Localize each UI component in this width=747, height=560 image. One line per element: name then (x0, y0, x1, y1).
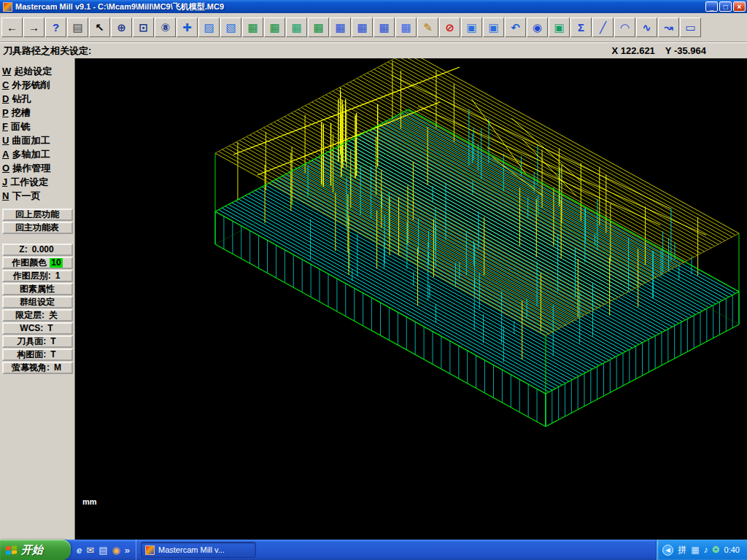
title-bar[interactable]: Mastercam Mill v9.1 - C:\Mcam9\Mill\MC9\… (0, 0, 747, 13)
graphics-view-button[interactable]: 萤幕视角:M (2, 362, 73, 374)
menu-item-hotkey: D (2, 93, 9, 104)
draw-color-button[interactable]: 作图颜色10 (2, 257, 73, 269)
menu-item-hotkey: P (2, 107, 9, 118)
mastercam-task-button[interactable]: Mastercam Mill v... (141, 542, 256, 558)
create-fillet-button[interactable]: ∿ (636, 18, 657, 37)
construction-plane-button[interactable]: 构图面:T (2, 349, 73, 361)
mastercam-window: Mastercam Mill v9.1 - C:\Mcam9\Mill\MC9\… (0, 0, 747, 560)
scheduler-icon[interactable]: ❂ (713, 545, 720, 554)
menu-item-f[interactable]: F面铣 (0, 120, 74, 133)
analyze-button[interactable]: Σ (570, 18, 592, 37)
cplane-front-button[interactable]: ▦ (352, 18, 373, 37)
menu-item-n[interactable]: N下一页 (0, 189, 74, 203)
create-rectangle-button[interactable]: ▭ (680, 18, 701, 37)
fit-screen-icon: ✚ (182, 22, 192, 33)
create-line-button[interactable]: ╱ (592, 18, 614, 37)
unzoom-08-button[interactable]: ⑧ (155, 18, 176, 37)
menu-item-c[interactable]: C外形铣削 (0, 78, 74, 92)
screen-surface-display-button[interactable]: ▣ (461, 18, 482, 37)
menu-item-o[interactable]: O操作管理 (0, 161, 74, 175)
pencil-button[interactable]: ✎ (417, 18, 438, 37)
status-label: Z: (19, 245, 27, 254)
shading-button[interactable]: ◉ (527, 18, 548, 37)
create-fillet-icon: ∿ (642, 22, 651, 33)
windows-logo-icon (6, 545, 17, 555)
blank-display-button[interactable]: ▧ (220, 18, 241, 37)
gview-top-button[interactable]: ▦ (242, 18, 263, 37)
menu-item-a[interactable]: A多轴加工 (0, 147, 74, 161)
cplane-side-button[interactable]: ▦ (374, 18, 395, 37)
gview-side-button[interactable]: ▦ (286, 18, 307, 37)
hide-icons-chevron-icon[interactable]: ◀ (662, 545, 673, 556)
backup-menu-button[interactable]: 回上层功能 (2, 209, 73, 221)
status-label: 作图颜色 (12, 258, 47, 268)
menu-item-hotkey: A (2, 149, 9, 160)
wcs-button[interactable]: WCS:T (2, 322, 73, 335)
zoom-icon: ⊕ (117, 22, 126, 33)
coordinate-x: X 122.621 (612, 45, 655, 56)
screen-blank-entity-icon: ▣ (488, 22, 498, 33)
menu-item-label: 面铣 (11, 121, 30, 132)
close-button[interactable]: × (733, 1, 746, 12)
tool-plane-button[interactable]: 刀具面:T (2, 335, 73, 348)
entity-attributes-button[interactable]: 图素属性 (2, 283, 73, 295)
main-menu-button[interactable]: 回主功能表 (2, 222, 73, 234)
tray-clock: 0:40 (724, 545, 740, 554)
menu-item-w[interactable]: W起始设定 (0, 64, 74, 78)
maximize-button[interactable]: □ (719, 1, 732, 12)
viewports-button[interactable]: ▣ (549, 18, 570, 37)
operations-manager-button[interactable]: ▤ (67, 18, 88, 37)
create-spline-button[interactable]: ↝ (658, 18, 679, 37)
status-label: 图素属性 (20, 284, 55, 294)
help-button[interactable]: ? (45, 18, 66, 37)
overflow-chevron-icon[interactable]: » (125, 545, 130, 555)
status-label: 萤幕视角: (12, 363, 50, 373)
prompt-bar: 刀具路径之相关设定: X 122.621 Y -35.964 (0, 42, 747, 58)
back-button[interactable]: ← (1, 18, 23, 37)
repaint-button[interactable]: ▨ (198, 18, 220, 37)
group-settings-button[interactable]: 群组设定 (2, 296, 73, 308)
undo-button[interactable]: ↶ (505, 18, 526, 37)
context-help-icon: ↖ (95, 22, 104, 33)
help-icon: ? (53, 22, 59, 33)
cplane-top-button[interactable]: ▦ (330, 18, 351, 37)
menu-item-p[interactable]: P挖槽 (0, 106, 74, 120)
media-player-icon[interactable]: ◉ (112, 545, 120, 555)
menu-item-label: 下一页 (12, 190, 40, 201)
status-value: 关 (47, 311, 59, 320)
status-value: T (49, 337, 57, 346)
delete-button[interactable]: ⊘ (439, 18, 460, 37)
undo-icon: ↶ (511, 22, 520, 33)
zoom-window-button[interactable]: ⊡ (133, 18, 154, 37)
forward-button[interactable]: → (23, 18, 44, 37)
volume-icon[interactable]: ♪ (704, 545, 708, 554)
taskbar: 开始 e✉▤◉» Mastercam Mill v... ◀ 拼▦♪❂ 0:40 (0, 540, 747, 560)
menu-item-j[interactable]: J工作设定 (0, 175, 74, 189)
context-help-button[interactable]: ↖ (89, 18, 110, 37)
start-button[interactable]: 开始 (0, 540, 71, 560)
screen-blank-entity-button[interactable]: ▣ (483, 18, 504, 37)
gview-side-icon: ▦ (291, 22, 301, 33)
create-line-icon: ╱ (600, 22, 606, 33)
menu-item-u[interactable]: U曲面加工 (0, 133, 74, 147)
outlook-icon[interactable]: ✉ (86, 545, 94, 555)
display-settings-icon[interactable]: ▦ (691, 545, 699, 554)
create-arc-button[interactable]: ◠ (614, 18, 635, 37)
draw-level-button[interactable]: 作图层别:1 (2, 270, 73, 282)
z-depth-button[interactable]: Z:0.000 (2, 244, 73, 256)
zoom-window-icon: ⊡ (139, 22, 148, 33)
menu-item-label: 外形铣削 (12, 79, 50, 90)
minimize-button[interactable]: _ (705, 1, 718, 12)
zoom-button[interactable]: ⊕ (111, 18, 132, 37)
gview-front-button[interactable]: ▦ (264, 18, 285, 37)
show-desktop-icon[interactable]: ▤ (98, 545, 107, 555)
status-label: 作图层别: (13, 271, 51, 281)
menu-item-d[interactable]: D钻孔 (0, 92, 74, 106)
ie-icon[interactable]: e (77, 545, 82, 555)
ime-indicator-icon[interactable]: 拼 (678, 545, 686, 554)
graphics-viewport[interactable]: mm (75, 58, 747, 540)
gview-isometric-button[interactable]: ▦ (308, 18, 329, 37)
mask-level-button[interactable]: 限定层:关 (2, 309, 73, 322)
fit-screen-button[interactable]: ✚ (177, 18, 198, 37)
cplane-3d-button[interactable]: ▦ (395, 18, 417, 37)
